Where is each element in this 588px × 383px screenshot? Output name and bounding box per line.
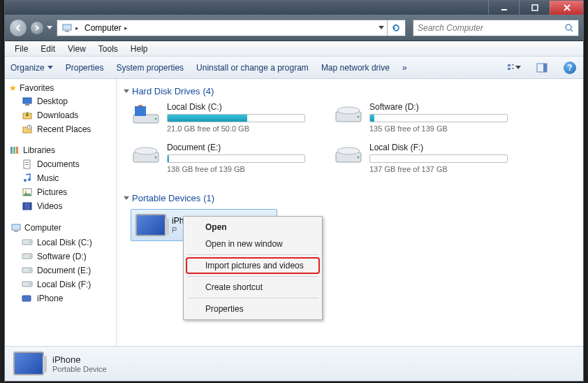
preview-pane-button[interactable] — [534, 60, 550, 75]
sidebar-item-label: Documents — [37, 159, 80, 169]
svg-rect-6 — [508, 68, 510, 70]
menu-separator — [187, 276, 318, 277]
context-menu-item[interactable]: Open in new window — [186, 236, 320, 252]
sidebar-item-disk-e[interactable]: Document (E:) — [8, 263, 116, 277]
sidebar-computer-header[interactable]: Computer — [8, 220, 116, 236]
libraries-icon — [9, 145, 20, 156]
context-menu: OpenOpen in new windowImport pictures an… — [183, 216, 323, 320]
group-header-hdd[interactable]: Hard Disk Drives (4) — [124, 86, 576, 96]
organize-menu[interactable]: Organize — [10, 63, 53, 73]
svg-rect-30 — [14, 231, 18, 232]
drive-name: Local Disk (F:) — [369, 143, 508, 152]
drive-usage-bar — [167, 114, 305, 122]
organize-label: Organize — [10, 63, 45, 73]
portable-device-icon — [13, 352, 44, 377]
view-mode-button[interactable] — [506, 60, 522, 75]
context-menu-item[interactable]: Properties — [186, 301, 320, 317]
close-button[interactable] — [550, 1, 583, 15]
back-button[interactable] — [9, 19, 27, 37]
svg-rect-29 — [12, 224, 20, 230]
svg-point-51 — [358, 157, 360, 159]
drive-icon — [333, 102, 364, 127]
maximize-button[interactable] — [519, 1, 550, 15]
downloads-icon — [22, 110, 33, 121]
sidebar: ★ Favorites Desktop Downloads Recent Pla… — [5, 79, 117, 346]
sidebar-item-disk-d[interactable]: Software (D:) — [8, 250, 116, 263]
sidebar-item-iphone[interactable]: iPhone — [8, 291, 116, 305]
drive-free-text: 21.0 GB free of 50.0 GB — [167, 124, 305, 133]
sidebar-item-documents[interactable]: Documents — [8, 157, 116, 171]
sidebar-item-videos[interactable]: Videos — [8, 199, 116, 213]
drive-item[interactable]: Software (D:)135 GB free of 139 GB — [333, 102, 508, 133]
context-menu-item[interactable]: Create shortcut — [186, 279, 320, 296]
search-icon — [564, 23, 574, 33]
history-dropdown[interactable] — [45, 21, 54, 35]
help-icon: ? — [564, 62, 576, 74]
sidebar-item-label: Local Disk (C:) — [37, 238, 92, 247]
menu-view[interactable]: View — [62, 43, 91, 55]
portable-device-icon — [135, 214, 166, 236]
star-icon: ★ — [9, 83, 17, 93]
drive-icon — [22, 265, 33, 276]
drive-item[interactable]: Local Disk (C:)21.0 GB free of 50.0 GB — [131, 102, 305, 133]
drive-item[interactable]: Document (E:)138 GB free of 139 GB — [131, 143, 305, 173]
sidebar-item-disk-c[interactable]: Local Disk (C:) — [8, 236, 116, 250]
computer-icon — [10, 222, 22, 233]
svg-rect-21 — [25, 164, 29, 165]
sidebar-item-disk-f[interactable]: Local Disk (F:) — [8, 277, 116, 291]
svg-rect-18 — [16, 147, 18, 154]
drive-item[interactable]: Local Disk (F:)137 GB free of 137 GB — [333, 143, 508, 173]
help-button[interactable]: ? — [562, 60, 578, 75]
toolbar-overflow[interactable]: » — [402, 63, 407, 73]
context-menu-item[interactable]: Import pictures and videos — [186, 257, 320, 274]
sidebar-favorites-header[interactable]: ★ Favorites — [8, 82, 116, 94]
sidebar-item-pictures[interactable]: Pictures — [8, 185, 116, 199]
svg-rect-3 — [65, 31, 69, 32]
menu-file[interactable]: File — [9, 43, 34, 55]
context-menu-item[interactable]: Open — [186, 219, 320, 236]
breadcrumb-computer[interactable]: Computer ▸ — [82, 23, 131, 33]
minimize-button[interactable] — [488, 1, 519, 15]
sidebar-libraries-header[interactable]: Libraries — [8, 143, 116, 157]
chevron-down-icon — [515, 66, 521, 69]
forward-button[interactable] — [30, 21, 44, 35]
menu-edit[interactable]: Edit — [35, 43, 61, 55]
sidebar-item-label: Local Disk (F:) — [37, 280, 91, 289]
svg-point-36 — [29, 270, 31, 271]
group-label: Portable Devices — [132, 193, 200, 203]
group-header-portable[interactable]: Portable Devices (1) — [124, 193, 576, 203]
sidebar-item-label: Videos — [37, 201, 62, 211]
sidebar-item-desktop[interactable]: Desktop — [8, 94, 116, 108]
sidebar-item-music[interactable]: Music — [8, 171, 116, 185]
computer-icon — [61, 22, 73, 34]
sidebar-item-label: Music — [37, 173, 59, 183]
address-dropdown-icon[interactable] — [378, 26, 384, 29]
search-input[interactable] — [418, 23, 564, 33]
device-icon — [22, 293, 33, 304]
breadcrumb-root[interactable]: ▸ — [59, 22, 82, 34]
drive-free-text: 137 GB free of 137 GB — [369, 165, 508, 173]
address-bar[interactable]: ▸ Computer ▸ — [57, 20, 406, 36]
documents-icon — [22, 159, 33, 170]
menu-help[interactable]: Help — [125, 43, 154, 55]
toolbar-properties[interactable]: Properties — [66, 63, 104, 73]
toolbar-system-properties[interactable]: System properties — [116, 63, 184, 73]
refresh-button[interactable] — [387, 20, 404, 36]
search-bar[interactable] — [413, 20, 579, 36]
svg-rect-0 — [501, 9, 507, 10]
explorer-window: ▸ Computer ▸ File Edit View Tools Help — [4, 0, 584, 382]
toolbar-map-drive[interactable]: Map network drive — [321, 63, 390, 73]
menu-tools[interactable]: Tools — [93, 43, 124, 55]
details-title: iPhone — [52, 354, 107, 365]
sidebar-item-downloads[interactable]: Downloads — [8, 108, 116, 122]
toolbar-uninstall[interactable]: Uninstall or change a program — [196, 63, 309, 73]
svg-rect-16 — [10, 147, 13, 154]
navbar: ▸ Computer ▸ — [5, 15, 583, 41]
sidebar-item-recent[interactable]: Recent Places — [8, 122, 116, 136]
sidebar-item-label: Recent Places — [37, 124, 91, 134]
group-label: Hard Disk Drives — [132, 86, 200, 96]
sidebar-item-label: Desktop — [37, 96, 68, 106]
group-count: (1) — [203, 193, 214, 203]
svg-point-48 — [155, 157, 157, 159]
svg-point-50 — [337, 147, 360, 154]
